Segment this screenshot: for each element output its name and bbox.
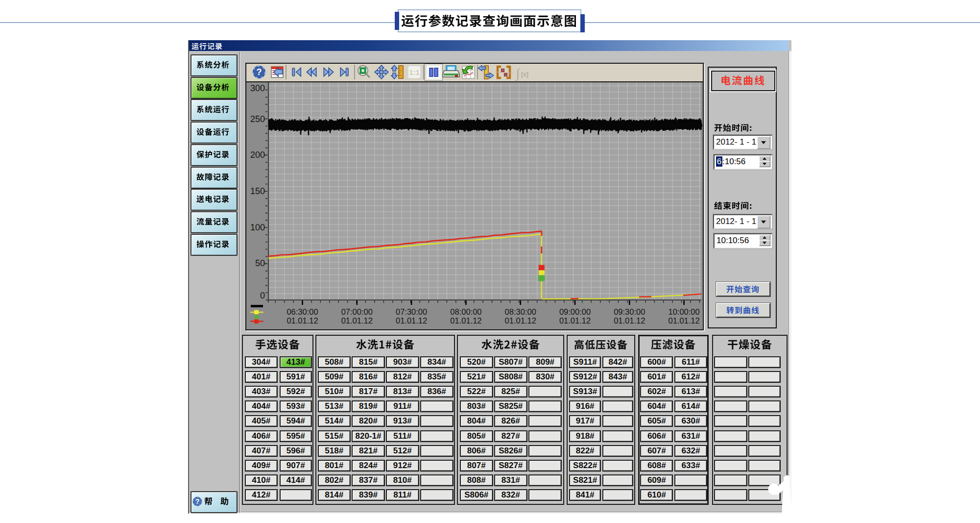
svg-text:08:00:00: 08:00:00	[450, 307, 481, 316]
svg-text:?: ?	[195, 498, 200, 505]
svg-text:200: 200	[250, 150, 265, 160]
svg-text:50: 50	[255, 258, 265, 268]
svg-text:01.01.12: 01.01.12	[450, 316, 481, 325]
svg-text:01.01.12: 01.01.12	[341, 316, 373, 325]
svg-text:100: 100	[250, 223, 265, 232]
svg-text:1:1: 1:1	[409, 68, 420, 76]
svg-text:09:30:00: 09:30:00	[614, 307, 645, 316]
svg-text:01.01.12: 01.01.12	[287, 316, 318, 325]
svg-text:0: 0	[260, 291, 265, 300]
svg-text:07:30:00: 07:30:00	[396, 307, 427, 316]
svg-text:?: ?	[257, 67, 262, 77]
svg-text:01.01.12: 01.01.12	[559, 316, 591, 325]
svg-text:07:00:00: 07:00:00	[341, 307, 373, 316]
svg-text:01.01.12: 01.01.12	[668, 316, 699, 325]
svg-text:08:30:00: 08:30:00	[505, 307, 536, 316]
svg-text:01.01.12: 01.01.12	[505, 316, 536, 325]
svg-text:01.01.12: 01.01.12	[396, 316, 427, 325]
svg-text:∫: ∫	[515, 66, 521, 81]
svg-text:01.01.12: 01.01.12	[614, 316, 645, 325]
svg-text:09:00:00: 09:00:00	[559, 307, 591, 316]
svg-text:150: 150	[250, 186, 265, 196]
svg-text:300: 300	[250, 83, 265, 93]
svg-text:[x]: [x]	[521, 71, 528, 78]
svg-text:06:30:00: 06:30:00	[287, 307, 318, 316]
svg-text:10:00:00: 10:00:00	[668, 307, 699, 316]
svg-text:250: 250	[250, 114, 265, 124]
